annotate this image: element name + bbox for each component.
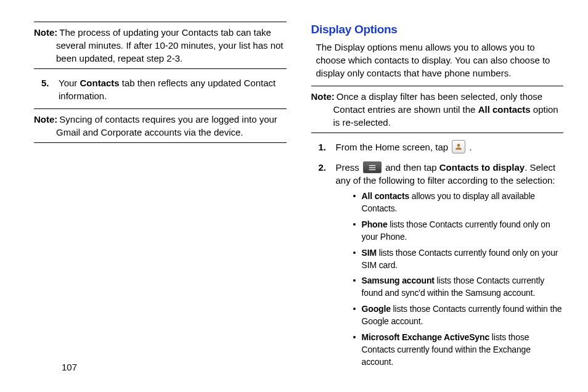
step-5: 5. Your Contacts tab then reflects any u… [41, 76, 287, 102]
bullet-marker: • [353, 247, 362, 272]
bullet-list: • All contacts allows you to display all… [353, 190, 564, 368]
bullet-marker: • [353, 190, 362, 215]
note-text-line1: Once a display filter has been selected,… [337, 90, 542, 103]
note-text-line1: The process of updating your Contacts ta… [59, 26, 271, 39]
note-label: Note: [311, 90, 335, 103]
step-2: 2. Press and then tap Contacts to displa… [319, 161, 564, 372]
note-text-line2: Contact entries are shown until the All … [311, 103, 564, 129]
step-number: 2. [319, 161, 336, 372]
step-text: Press and then tap Contacts to display. … [336, 161, 564, 372]
bullet-item: • SIM lists those Contacts currently fou… [353, 247, 564, 272]
bullet-marker: • [353, 303, 362, 328]
page-content: Note: The process of updating your Conta… [0, 0, 588, 378]
menu-icon [363, 161, 382, 173]
right-column: Display Options The Display options menu… [311, 22, 564, 378]
note-block-3: Note: Once a display filter has been sel… [311, 86, 564, 133]
bullet-item: • Google lists those Contacts currently … [353, 303, 564, 328]
contacts-icon [452, 140, 465, 153]
note-block-2: Note: Syncing of contacts requires you a… [34, 108, 287, 143]
note-text-line1: Syncing of contacts requires you are log… [59, 113, 277, 126]
note-text-line2: Gmail and Corporate accounts via the dev… [34, 126, 287, 139]
note-block-1: Note: The process of updating your Conta… [34, 22, 287, 69]
step-number: 5. [41, 76, 59, 102]
step-text: From the Home screen, tap . [336, 141, 564, 155]
note-label: Note: [34, 26, 57, 39]
section-heading: Display Options [311, 22, 564, 38]
page-number: 107 [62, 361, 77, 374]
bullet-item: • All contacts allows you to display all… [353, 190, 564, 215]
bullet-item: • Microsoft Exchange ActiveSync lists th… [353, 332, 564, 369]
left-column: Note: The process of updating your Conta… [34, 22, 287, 378]
note-label: Note: [34, 113, 57, 126]
step-1: 1. From the Home screen, tap . [319, 141, 564, 155]
svg-rect-0 [369, 165, 376, 166]
bullet-item: • Samsung account lists those Contacts c… [353, 275, 564, 300]
svg-rect-1 [369, 167, 376, 168]
step-text: Your Contacts tab then reflects any upda… [59, 76, 287, 102]
step-number: 1. [319, 141, 336, 155]
bullet-marker: • [353, 275, 362, 300]
bullet-marker: • [353, 332, 362, 369]
bullet-marker: • [353, 219, 362, 243]
intro-paragraph: The Display options menu allows you to a… [316, 41, 564, 80]
bullet-item: • Phone lists those Contacts currently f… [353, 219, 564, 243]
note-text-line2: several minutes. If after 10-20 minutes,… [34, 39, 287, 65]
svg-rect-2 [369, 169, 376, 169]
